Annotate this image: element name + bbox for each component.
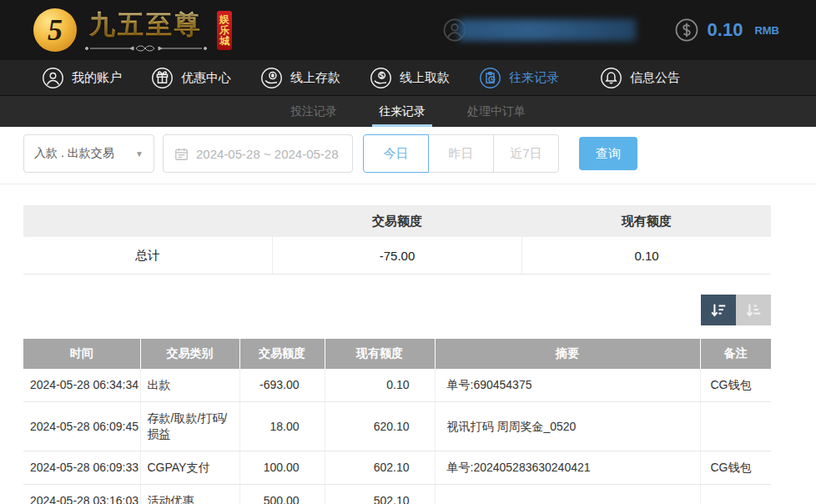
- nav-item-withdraw[interactable]: 线上取款: [366, 67, 453, 89]
- nav-item-deposit[interactable]: 线上存款: [257, 67, 344, 89]
- cell-trade-amount: 500.00: [239, 485, 325, 504]
- record-tabs: 投注记录 往来记录 处理中订单: [0, 96, 816, 127]
- cell-balance: 502.10: [325, 485, 435, 504]
- col-header-trade-amount: 交易额度: [239, 339, 325, 369]
- summary-header-trade-amount: 交易额度: [273, 205, 522, 237]
- cell-balance: 620.10: [325, 402, 435, 451]
- balance-currency: RMB: [754, 24, 779, 37]
- table-row: 2024-05-28 06:09:45 存款/取款/打码/损益 18.00 62…: [23, 402, 771, 451]
- date-range-input[interactable]: 2024-05-28 ~ 2024-05-28: [163, 134, 353, 173]
- table-header-row: 时间 交易类别 交易额度 现有额度 摘要 备注: [23, 339, 771, 369]
- cell-note: CG钱包: [700, 451, 771, 485]
- cell-type: 出款: [140, 369, 239, 402]
- nav-label: 线上取款: [400, 70, 450, 86]
- blurred-username: [459, 19, 636, 41]
- transaction-type-select[interactable]: 入款 . 出款交易 ▼: [23, 134, 154, 173]
- cell-type: 活动优惠: [140, 485, 239, 504]
- cell-trade-amount: 18.00: [239, 402, 325, 451]
- divider: [0, 184, 816, 184]
- cell-type: CGPAY支付: [140, 451, 239, 485]
- cell-summary: 单号:202405283630240421: [435, 451, 700, 485]
- table-row: 2024-05-28 06:09:33 CGPAY支付 100.00 602.1…: [23, 451, 771, 485]
- col-header-note: 备注: [700, 339, 771, 369]
- summary-header-blank: [23, 205, 273, 237]
- cell-note: [700, 485, 771, 504]
- site-logo[interactable]: 5 九五至尊 娱 乐 城: [33, 8, 232, 53]
- cell-note: CG钱包: [700, 369, 771, 402]
- user-icon: [42, 67, 64, 89]
- search-button[interactable]: 查询: [579, 137, 637, 170]
- cell-balance: 0.10: [325, 369, 435, 402]
- logo-monogram-icon: 5: [33, 8, 77, 52]
- transactions-table: 时间 交易类别 交易额度 现有额度 摘要 备注 2024-05-28 06:34…: [23, 339, 771, 504]
- chevron-down-icon: ▼: [135, 149, 144, 159]
- col-header-time: 时间: [23, 339, 140, 369]
- sort-ascending-icon: [744, 301, 763, 320]
- nav-item-promotions[interactable]: 优惠中心: [148, 67, 234, 89]
- balance-display[interactable]: 0.10RMB: [674, 18, 779, 43]
- username-chip[interactable]: [442, 18, 636, 43]
- yesterday-button[interactable]: 昨日: [428, 134, 494, 173]
- sort-descending-icon: [709, 301, 728, 320]
- summary-balance-total: 0.10: [521, 237, 771, 274]
- calendar-icon: [174, 146, 189, 162]
- nav-item-my-account[interactable]: 我的账户: [38, 67, 125, 89]
- nav-label: 优惠中心: [181, 70, 231, 86]
- cell-summary: 单号:690454375: [435, 369, 700, 402]
- col-header-summary: 摘要: [435, 339, 700, 369]
- logo-badge: 娱 乐 城: [217, 11, 232, 50]
- balance-amount: 0.10: [708, 19, 743, 41]
- content-area: 入款 . 出款交易 ▼ 2024-05-28 ~ 2024-05-28 今日 昨…: [0, 134, 816, 504]
- table-row: 2024-05-28 06:34:34 出款 -693.00 0.10 单号:6…: [23, 369, 771, 402]
- summary-header-row: 交易额度 现有额度: [23, 205, 771, 237]
- sort-ascending-button[interactable]: [736, 295, 771, 325]
- cell-balance: 602.10: [325, 451, 435, 485]
- logo-flourish-icon: [83, 43, 209, 53]
- quick-range-group: 今日 昨日 近7日: [363, 134, 559, 173]
- last7days-button[interactable]: 近7日: [493, 134, 559, 173]
- transaction-type-value: 入款 . 出款交易: [34, 146, 114, 161]
- filter-row: 入款 . 出款交易 ▼ 2024-05-28 ~ 2024-05-28 今日 昨…: [23, 134, 816, 173]
- nav-label: 往来记录: [509, 70, 559, 86]
- deposit-icon: [260, 67, 283, 89]
- cell-summary: 视讯打码 周周奖金_0520: [435, 402, 700, 451]
- tab-betting-records[interactable]: 投注记录: [285, 96, 342, 127]
- top-header: 5 九五至尊 娱 乐 城: [0, 0, 816, 60]
- summary-total-row: 总计 -75.00 0.10: [23, 237, 771, 275]
- withdraw-icon: [370, 67, 392, 89]
- cell-time: 2024-05-28 06:09:45: [23, 402, 140, 451]
- tab-pending-orders[interactable]: 处理中订单: [462, 96, 531, 127]
- cell-note: [700, 402, 771, 451]
- cell-type: 存款/取款/打码/损益: [140, 402, 239, 451]
- nav-item-announcements[interactable]: 信息公告: [597, 67, 683, 89]
- main-nav: 我的账户 优惠中心 线上存款 线上取款: [0, 60, 816, 96]
- sort-descending-button[interactable]: [701, 295, 736, 325]
- cell-trade-amount: -693.00: [239, 369, 325, 402]
- table-row: 2024-05-28 03:16:03 活动优惠 500.00 502.10: [23, 485, 771, 504]
- col-header-type: 交易类别: [140, 339, 239, 369]
- tab-transaction-records[interactable]: 往来记录: [374, 96, 431, 127]
- summary-trade-total: -75.00: [272, 237, 521, 274]
- today-button[interactable]: 今日: [363, 134, 429, 173]
- date-range-value: 2024-05-28 ~ 2024-05-28: [196, 147, 339, 161]
- nav-item-transactions[interactable]: 往来记录: [476, 67, 562, 89]
- brand-title: 九五至尊: [89, 8, 203, 43]
- nav-label: 线上存款: [290, 70, 340, 86]
- summary-total-label: 总计: [23, 237, 272, 274]
- gift-icon: [151, 67, 174, 89]
- cell-time: 2024-05-28 06:09:33: [23, 451, 140, 485]
- cell-time: 2024-05-28 03:16:03: [23, 485, 140, 504]
- cell-time: 2024-05-28 06:34:34: [23, 369, 140, 402]
- bell-icon: [600, 67, 622, 89]
- summary-header-balance: 现有额度: [521, 205, 771, 237]
- cell-summary: [435, 485, 700, 504]
- cell-trade-amount: 100.00: [239, 451, 325, 485]
- sort-controls: [0, 295, 771, 325]
- nav-label: 我的账户: [72, 70, 122, 86]
- col-header-balance: 现有额度: [325, 339, 435, 369]
- summary-table: 交易额度 现有额度 总计 -75.00 0.10: [23, 205, 771, 275]
- records-icon: [479, 67, 501, 89]
- nav-label: 信息公告: [630, 70, 680, 86]
- dollar-coin-icon: [674, 18, 699, 43]
